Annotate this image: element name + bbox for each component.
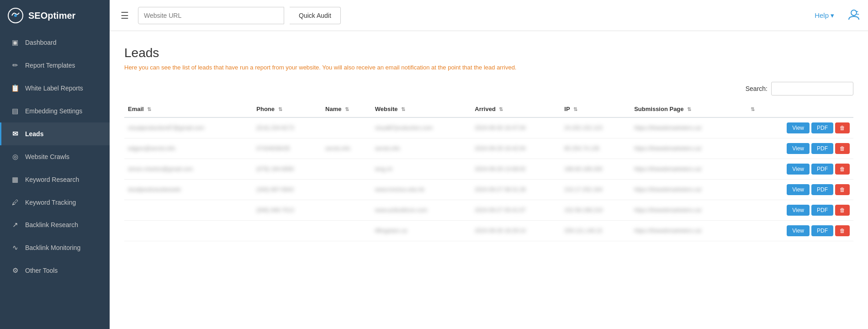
sidebar-item-label: Other Tools: [25, 267, 58, 274]
delete-button-1[interactable]: 🗑: [835, 143, 850, 154]
cell-ip-1: 85.254.74.135: [561, 138, 630, 159]
cell-arrived-5: 2024-09-26 18:29:14: [471, 221, 561, 241]
sidebar: ▣ Dashboard ✏ Report Templates 📋 White L…: [0, 31, 110, 329]
pdf-button-1[interactable]: PDF: [811, 143, 833, 154]
cell-submission_page-4: https://thewebmarketers.ca/: [630, 200, 745, 221]
url-input[interactable]: [138, 7, 284, 24]
cell-name-5: [322, 221, 371, 241]
cell-website-3: www.invictus.edu.hk: [371, 180, 471, 200]
cell-actions-3: View PDF 🗑: [745, 180, 853, 200]
user-icon-button[interactable]: [847, 8, 861, 23]
col-header-phone[interactable]: Phone ⇅: [253, 101, 322, 117]
cell-actions-2: View PDF 🗑: [745, 159, 853, 180]
leads-table: Email ⇅Phone ⇅Name ⇅Website ⇅Arrived ⇅IP…: [124, 101, 853, 241]
table-header: Email ⇅Phone ⇅Name ⇅Website ⇅Arrived ⇅IP…: [124, 101, 853, 117]
white-label-reports-icon: 📋: [11, 84, 20, 92]
logo-area: SEOptimer: [0, 0, 110, 31]
backlink-research-icon: ↗: [11, 221, 20, 229]
sidebar-item-website-crawls[interactable]: ◎ Website Crawls: [0, 145, 110, 168]
view-button-4[interactable]: View: [787, 205, 810, 216]
cell-name-2: [322, 159, 371, 180]
pdf-button-5[interactable]: PDF: [811, 225, 833, 236]
col-header-submission_page[interactable]: Submission Page ⇅: [630, 101, 745, 117]
cell-phone-2: (079) 194-6060: [253, 159, 322, 180]
cell-arrived-2: 2024-09-29 13:08:02: [471, 159, 561, 180]
sidebar-item-keyword-tracking[interactable]: 🖊 Keyword Tracking: [0, 191, 110, 213]
pdf-button-3[interactable]: PDF: [811, 184, 833, 195]
view-button-0[interactable]: View: [787, 122, 810, 133]
sidebar-item-other-tools[interactable]: ⚙ Other Tools: [0, 259, 110, 282]
pdf-button-2[interactable]: PDF: [811, 164, 833, 175]
page-subtitle: Here you can see the list of leads that …: [124, 64, 853, 71]
cell-actions-4: View PDF 🗑: [745, 200, 853, 221]
cell-website-1: serols.info: [371, 138, 471, 159]
quick-audit-button[interactable]: Quick Audit: [290, 7, 341, 24]
sidebar-item-label: White Label Reports: [25, 85, 83, 92]
cell-ip-5: 209.121.140.22: [561, 221, 630, 241]
seoptimer-logo-icon: [7, 7, 24, 24]
cell-submission_page-0: https://thewebmarketers.ca/: [630, 117, 745, 138]
sidebar-item-dashboard[interactable]: ▣ Dashboard: [0, 31, 110, 54]
col-header-ip[interactable]: IP ⇅: [561, 101, 630, 117]
view-button-1[interactable]: View: [787, 143, 810, 154]
cell-website-4: www.acibuildcon.com: [371, 200, 471, 221]
cell-actions-1: View PDF 🗑: [745, 138, 853, 159]
search-input[interactable]: [771, 82, 853, 96]
table-row: visualproduction87@gmail.com(514) 234-81…: [124, 117, 853, 138]
delete-button-0[interactable]: 🗑: [835, 122, 850, 133]
col-header-name[interactable]: Name ⇅: [322, 101, 371, 117]
col-header-email[interactable]: Email ⇅: [124, 101, 253, 117]
other-tools-icon: ⚙: [11, 266, 20, 275]
website-crawls-icon: ◎: [11, 153, 20, 161]
sort-icon-ip: ⇅: [573, 106, 577, 112]
table-body: visualproduction87@gmail.com(514) 234-81…: [124, 117, 853, 241]
cell-phone-4: (946) 948-7013: [253, 200, 322, 221]
hamburger-button[interactable]: ☰: [117, 6, 132, 25]
svg-point-2: [851, 10, 857, 16]
view-button-3[interactable]: View: [787, 184, 810, 195]
sort-icon-arrived: ⇅: [499, 106, 503, 112]
col-header-website[interactable]: Website ⇅: [371, 101, 471, 117]
cell-arrived-3: 2024-09-27 08:31:28: [471, 180, 561, 200]
sidebar-item-leads[interactable]: ✉ Leads: [0, 122, 110, 145]
table-row: dsodjwodowudwowdv(340) 687-6942www.invic…: [124, 180, 853, 200]
col-header-arrived[interactable]: Arrived ⇅: [471, 101, 561, 117]
sidebar-item-keyword-research[interactable]: ▦ Keyword Research: [0, 168, 110, 191]
table-row: liftingstars.ca2024-09-26 18:29:14209.12…: [124, 221, 853, 241]
cell-phone-3: (340) 687-6942: [253, 180, 322, 200]
view-button-5[interactable]: View: [787, 225, 810, 236]
sidebar-item-white-label-reports[interactable]: 📋 White Label Reports: [0, 77, 110, 100]
delete-button-5[interactable]: 🗑: [835, 225, 850, 236]
svg-point-1: [14, 14, 17, 17]
pdf-button-0[interactable]: PDF: [811, 122, 833, 133]
cell-email-0: visualproduction87@gmail.com: [124, 117, 253, 138]
header: ☰ Quick Audit Help ▾: [110, 0, 868, 31]
col-header-actions: ⇅: [745, 101, 853, 117]
help-button[interactable]: Help ▾: [815, 11, 834, 20]
cell-submission_page-2: https://thewebmarketers.ca/: [630, 159, 745, 180]
leads-icon: ✉: [11, 130, 20, 138]
delete-button-3[interactable]: 🗑: [835, 184, 850, 195]
sort-icon-name: ⇅: [345, 106, 349, 112]
cell-email-2: simon.charton@gmail.com: [124, 159, 253, 180]
view-button-2[interactable]: View: [787, 164, 810, 175]
cell-actions-5: View PDF 🗑: [745, 221, 853, 241]
sidebar-item-backlink-monitoring[interactable]: ∿ Backlink Monitoring: [0, 236, 110, 259]
cell-submission_page-5: https://thewebmarketers.ca/: [630, 221, 745, 241]
backlink-monitoring-icon: ∿: [11, 244, 20, 252]
cell-email-3: dsodjwodowudwowdv: [124, 180, 253, 200]
sidebar-item-backlink-research[interactable]: ↗ Backlink Research: [0, 213, 110, 236]
sort-icon-email: ⇅: [147, 106, 151, 112]
pdf-button-4[interactable]: PDF: [811, 205, 833, 216]
logo-text: SEOptimer: [28, 11, 75, 21]
sort-icon-submission_page: ⇅: [687, 106, 691, 112]
cell-ip-3: 210.17.252.164: [561, 180, 630, 200]
cell-ip-4: 152.58.198.219: [561, 200, 630, 221]
delete-button-2[interactable]: 🗑: [835, 164, 850, 175]
search-label: Search:: [746, 85, 767, 92]
sidebar-item-report-templates[interactable]: ✏ Report Templates: [0, 54, 110, 77]
cell-actions-0: View PDF 🗑: [745, 117, 853, 138]
delete-button-4[interactable]: 🗑: [835, 205, 850, 216]
sidebar-item-embedding-settings[interactable]: ▤ Embedding Settings: [0, 100, 110, 122]
table-row: edgars@serols.info07434638435serols.info…: [124, 138, 853, 159]
